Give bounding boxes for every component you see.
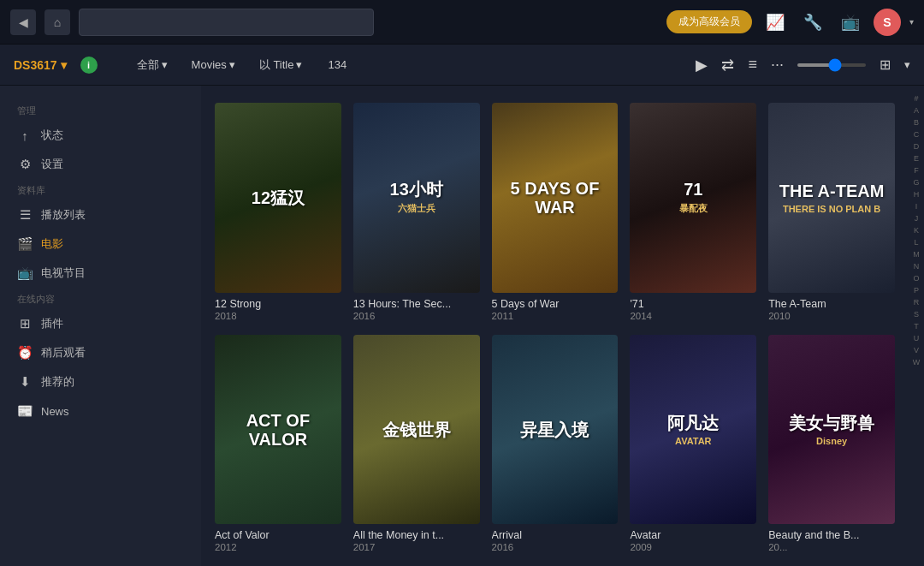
movie-card-8[interactable]: 阿凡达 AVATAR Avatar 2009 — [630, 335, 756, 553]
movie-year: 2017 — [353, 542, 480, 552]
alpha-char-L[interactable]: L — [914, 236, 918, 248]
alpha-char-V[interactable]: V — [914, 344, 919, 356]
status-icon: ↑ — [17, 128, 33, 143]
manage-section-title: 管理 — [0, 99, 201, 121]
movie-poster: 71 暴配夜 — [630, 103, 756, 293]
movie-title: All the Money in t... — [353, 529, 480, 541]
watchlater-icon: ⏰ — [17, 345, 33, 360]
alpha-char-S[interactable]: S — [914, 308, 919, 320]
movie-card-4[interactable]: THE A-TEAM THERE IS NO PLAN B The A-Team… — [768, 103, 895, 321]
movie-poster: 13小时 六猫士兵 — [353, 103, 480, 293]
alpha-char-M[interactable]: M — [913, 248, 920, 260]
online-section-title: 在线内容 — [0, 288, 201, 309]
poster-text: 异星入境 — [492, 335, 619, 525]
zoom-slider[interactable] — [797, 63, 866, 67]
alpha-char-H[interactable]: H — [914, 188, 920, 200]
alpha-char-O[interactable]: O — [913, 272, 919, 284]
sidebar-item-recommended[interactable]: ⬇ 推荐的 — [0, 367, 201, 396]
activity-icon[interactable]: 📈 — [761, 9, 790, 35]
avatar-dropdown-arrow[interactable]: ▾ — [909, 17, 914, 27]
movie-card-5[interactable]: ACT OF VALOR Act of Valor 2012 — [215, 335, 341, 553]
second-bar: DS3617 ▾ i 全部 ▾ Movies ▾ 以 Title ▾ 134 ▶… — [0, 45, 924, 86]
playlist-icon: ☰ — [17, 207, 33, 223]
alpha-char-U[interactable]: U — [914, 332, 920, 344]
library-section-title: 资料库 — [0, 179, 201, 200]
movie-year: 20... — [768, 542, 895, 552]
sidebar-item-playlist[interactable]: ☰ 播放列表 — [0, 200, 201, 229]
sidebar-item-news[interactable]: 📰 News — [0, 396, 201, 426]
search-input[interactable] — [79, 9, 374, 36]
news-icon: 📰 — [17, 403, 33, 419]
alpha-char-I[interactable]: I — [915, 200, 918, 212]
poster-text: 金钱世界 — [353, 335, 480, 525]
alpha-char-G[interactable]: G — [913, 176, 919, 188]
alpha-char-J[interactable]: J — [915, 212, 919, 224]
sidebar-item-tv[interactable]: 📺 电视节目 — [0, 259, 201, 288]
more-options-button[interactable]: ··· — [771, 56, 784, 74]
cast-icon[interactable]: 📺 — [836, 9, 865, 35]
movie-year: 2012 — [215, 542, 341, 552]
movie-poster: THE A-TEAM THERE IS NO PLAN B — [768, 103, 895, 293]
movie-year: 2018 — [215, 311, 341, 321]
back-button[interactable]: ◀ — [10, 9, 36, 35]
movie-poster: ACT OF VALOR — [215, 335, 341, 525]
alpha-char-E[interactable]: E — [914, 152, 919, 164]
sidebar-item-status[interactable]: ↑ 状态 — [0, 121, 201, 150]
movie-card-3[interactable]: 71 暴配夜 '71 2014 — [630, 103, 756, 321]
count-badge: 134 — [321, 57, 353, 73]
title-sort-button[interactable]: 以 Title ▾ — [254, 54, 308, 76]
alpha-char-P[interactable]: P — [914, 284, 919, 296]
home-button[interactable]: ⌂ — [44, 9, 70, 35]
plugins-icon: ⊞ — [17, 316, 33, 331]
movie-title: The A-Team — [768, 298, 895, 310]
sidebar-item-settings[interactable]: ⚙ 设置 — [0, 150, 201, 179]
alpha-char-K[interactable]: K — [914, 224, 919, 236]
list-options-button[interactable]: ≡ — [748, 56, 757, 74]
movie-card-6[interactable]: 金钱世界 All the Money in t... 2017 — [353, 335, 480, 553]
alpha-char-D[interactable]: D — [914, 140, 920, 152]
sidebar-item-watchlater[interactable]: ⏰ 稍后观看 — [0, 338, 201, 367]
sidebar-item-plugins[interactable]: ⊞ 插件 — [0, 309, 201, 338]
alphabet-index: #ABCDEFGHIJKLMNOPRSTUVW — [909, 86, 924, 566]
alpha-char-B[interactable]: B — [914, 116, 919, 128]
alpha-char-C[interactable]: C — [914, 128, 920, 140]
recommended-icon: ⬇ — [17, 374, 33, 390]
movie-title: '71 — [630, 298, 756, 310]
movie-card-2[interactable]: 5 DAYS OF WAR 5 Days of War 2011 — [492, 103, 619, 321]
sidebar-item-movies[interactable]: 🎬 电影 — [0, 229, 201, 259]
movie-title: Avatar — [630, 529, 756, 541]
movie-title: Beauty and the B... — [768, 529, 895, 541]
shuffle-button[interactable]: ⇄ — [721, 56, 734, 74]
alpha-char-#[interactable]: # — [914, 92, 918, 104]
alpha-char-W[interactable]: W — [913, 356, 921, 368]
movie-grid: 12猛汉 12 Strong 2018 13小时 六猫士兵 13 Hours: … — [215, 103, 895, 552]
avatar[interactable]: S — [874, 9, 901, 36]
movie-title: 12 Strong — [215, 298, 341, 310]
movie-card-9[interactable]: 美女与野兽 Disney Beauty and the B... 20... — [768, 335, 895, 553]
sidebar: 管理 ↑ 状态 ⚙ 设置 资料库 ☰ 播放列表 🎬 电影 📺 电视节目 在线内容… — [0, 86, 201, 566]
alpha-char-A[interactable]: A — [914, 104, 919, 116]
content-area: 12猛汉 12 Strong 2018 13小时 六猫士兵 13 Hours: … — [201, 86, 909, 566]
poster-text: 12猛汉 — [215, 103, 341, 293]
grid-view-icon[interactable]: ⊞ — [880, 57, 891, 73]
alpha-char-R[interactable]: R — [914, 296, 920, 308]
alpha-char-N[interactable]: N — [914, 260, 920, 272]
alpha-char-F[interactable]: F — [914, 164, 919, 176]
ds-label[interactable]: DS3617 ▾ — [14, 58, 67, 72]
movies-filter-button[interactable]: Movies ▾ — [187, 55, 240, 74]
upgrade-button[interactable]: 成为高级会员 — [666, 10, 752, 33]
movie-card-0[interactable]: 12猛汉 12 Strong 2018 — [215, 103, 341, 321]
movie-year: 2016 — [492, 542, 619, 552]
play-all-button[interactable]: ▶ — [696, 56, 708, 74]
poster-text: 13小时 六猫士兵 — [353, 103, 480, 293]
movie-card-1[interactable]: 13小时 六猫士兵 13 Hours: The Sec... 2016 — [353, 103, 480, 321]
poster-text: 5 DAYS OF WAR — [492, 103, 619, 293]
info-icon[interactable]: i — [80, 57, 98, 74]
alpha-char-T[interactable]: T — [914, 320, 919, 332]
movie-card-7[interactable]: 异星入境 Arrival 2016 — [492, 335, 619, 553]
poster-text: 阿凡达 AVATAR — [630, 335, 756, 525]
all-filter-button[interactable]: 全部 ▾ — [132, 54, 173, 76]
tools-icon[interactable]: 🔧 — [798, 9, 827, 35]
movie-poster: 5 DAYS OF WAR — [492, 103, 619, 293]
zoom-slider-container — [797, 63, 866, 67]
